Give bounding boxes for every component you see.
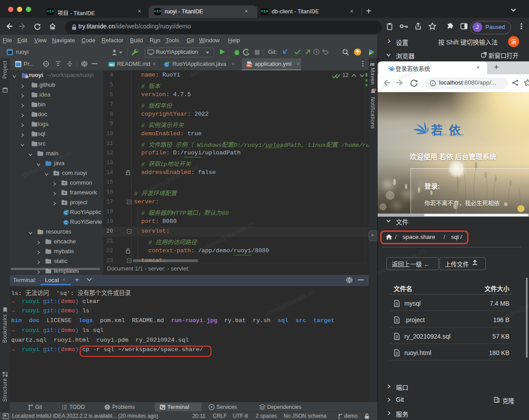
svg-text:MD: MD: [110, 63, 114, 66]
svg-text:C: C: [65, 220, 67, 225]
svg-text:C: C: [65, 210, 67, 215]
svg-text:C: C: [165, 62, 168, 67]
svg-text:YML: YML: [246, 64, 252, 67]
